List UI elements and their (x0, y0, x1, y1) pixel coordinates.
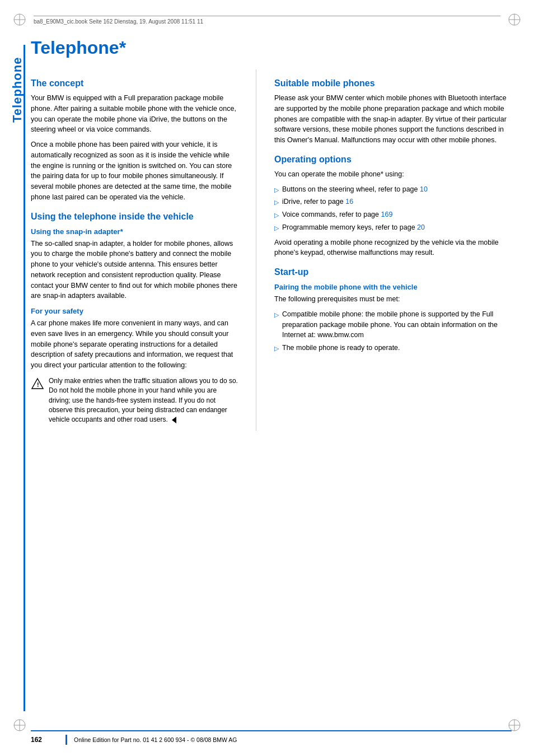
right-column: Suitable mobile phones Please ask your B… (274, 69, 512, 431)
list-item: ▷ Compatible mobile phone: the mobile ph… (274, 309, 512, 340)
list-item-text: Compatible mobile phone: the mobile phon… (282, 309, 512, 340)
list-item-text: The mobile phone is ready to operate. (282, 343, 400, 353)
operating-options-note: Avoid operating a mobile phone recognize… (274, 237, 512, 259)
list-item: ▷ The mobile phone is ready to operate. (274, 343, 512, 353)
bullet-arrow-icon: ▷ (274, 223, 279, 233)
left-accent-bar (24, 45, 25, 711)
warning-text: Only make entries when the traffic situa… (49, 376, 238, 425)
end-of-section-marker (172, 417, 176, 423)
safety-subheading: For your safety (31, 307, 238, 315)
list-item-text: Programmable memory keys, refer to page … (282, 222, 425, 233)
operating-options-list: ▷ Buttons on the steering wheel, refer t… (274, 184, 512, 233)
page-title: Telephone* (31, 38, 512, 58)
page-number: 162 (31, 736, 59, 744)
two-column-layout: The concept Your BMW is equipped with a … (31, 69, 512, 431)
bullet-arrow-icon: ▷ (274, 211, 279, 220)
footer-divider (65, 735, 67, 745)
concept-para-1: Your BMW is equipped with a Full prepara… (31, 93, 238, 135)
pairing-list: ▷ Compatible mobile phone: the mobile ph… (274, 309, 512, 353)
svg-text:!: ! (37, 381, 39, 388)
footer-copyright: Online Edition for Part no. 01 41 2 600 … (74, 736, 237, 743)
corner-mark-bl (11, 717, 28, 734)
list-item: ▷ iDrive, refer to page 16 (274, 197, 512, 207)
file-info-text: ba8_E90M3_cic.book Seite 162 Dienstag, 1… (34, 18, 203, 25)
warning-icon: ! (31, 377, 44, 391)
bullet-arrow-icon: ▷ (274, 310, 279, 320)
using-telephone-heading: Using the telephone inside the vehicle (31, 212, 238, 222)
warning-box: ! Only make entries when the traffic sit… (31, 376, 238, 425)
operating-options-intro: You can operate the mobile phone* using: (274, 169, 512, 180)
list-item: ▷ Voice commands, refer to page 169 (274, 209, 512, 220)
list-item: ▷ Buttons on the steering wheel, refer t… (274, 184, 512, 195)
column-divider (256, 69, 256, 431)
page-footer: 162 Online Edition for Part no. 01 41 2 … (31, 730, 512, 745)
bullet-arrow-icon: ▷ (274, 198, 279, 207)
list-item-text: Voice commands, refer to page 169 (282, 209, 392, 220)
snap-in-subheading: Using the snap-in adapter* (31, 227, 238, 236)
suitable-phones-heading: Suitable mobile phones (274, 78, 512, 88)
snap-in-text: The so-called snap-in adapter, a holder … (31, 239, 238, 302)
bullet-arrow-icon: ▷ (274, 185, 279, 195)
suitable-phones-text: Please ask your BMW center which mobile … (274, 93, 512, 146)
main-content: Telephone* The concept Your BMW is equip… (31, 31, 512, 722)
pairing-subheading: Pairing the mobile phone with the vehicl… (274, 283, 512, 291)
corner-mark-tl (11, 11, 28, 28)
list-item: ▷ Programmable memory keys, refer to pag… (274, 222, 512, 233)
startup-heading: Start-up (274, 267, 512, 277)
safety-text: A car phone makes life more convenient i… (31, 318, 238, 371)
pairing-intro: The following prerequisites must be met: (274, 294, 512, 305)
list-item-text: Buttons on the steering wheel, refer to … (282, 184, 428, 195)
corner-mark-tr (506, 11, 523, 28)
operating-options-heading: Operating options (274, 155, 512, 165)
bullet-arrow-icon: ▷ (274, 344, 279, 353)
sidebar-label: Telephone (10, 45, 25, 134)
left-column: The concept Your BMW is equipped with a … (31, 69, 238, 431)
concept-heading: The concept (31, 78, 238, 88)
list-item-text: iDrive, refer to page 16 (282, 197, 353, 207)
concept-para-2: Once a mobile phone has been paired with… (31, 139, 238, 203)
file-info-bar: ba8_E90M3_cic.book Seite 162 Dienstag, 1… (34, 16, 500, 25)
